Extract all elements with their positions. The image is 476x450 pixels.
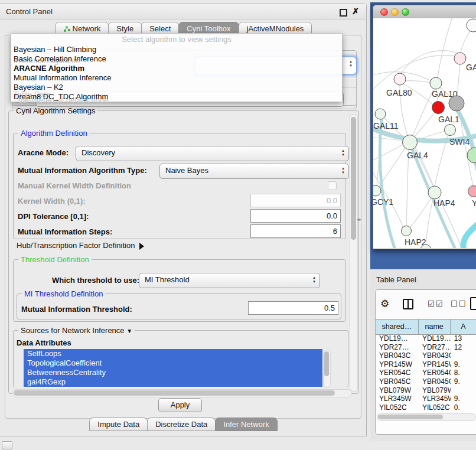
algorithm-option[interactable]: Dream8 DC_TDC Algorithm [11,92,342,102]
table-header-row: shared…nameA [376,319,476,335]
table-cell: 9. [451,360,476,369]
collapse-arrow-icon: ▼ [126,328,132,334]
node-gal80-label: GAL80 [386,88,412,97]
network-view-window: GALGAL80GAL10GAL1GAL11SWI4GAL4GCY1HAP4YH… [373,5,476,249]
node-gal11[interactable] [375,109,386,119]
data-attribute-item[interactable]: TopologicalCoefficient [24,358,322,368]
node-swi4[interactable] [445,125,456,136]
dock-mini-button[interactable] [2,441,12,449]
table-cell: YPR145W [376,360,419,369]
minimize-traffic-light[interactable] [391,8,399,16]
close-traffic-light[interactable] [380,8,388,16]
table-row[interactable]: YLR345WYLR345W9. [376,394,476,403]
data-attribute-item[interactable]: gal4RGexp [24,377,322,387]
table-cell: YBL079W [419,386,451,395]
table-cell: 13 [451,334,476,343]
which-threshold-label: Which threshold to use: [52,276,139,285]
node-red[interactable] [432,102,445,114]
table-row[interactable]: YDL19…YDL19…13 [376,334,476,343]
export-table-icon[interactable] [470,297,476,310]
table-row[interactable]: YIL052CYIL052C0. [376,403,476,412]
table-row[interactable]: YPR145WYPR145W9. [376,360,476,369]
split-pane-icon[interactable] [403,299,413,309]
apply-button[interactable]: Apply [158,398,202,412]
settings-horizontal-scrollbar[interactable] [12,389,352,397]
algorithm-option[interactable]: ARACNE Algorithm [11,64,342,73]
table-row[interactable]: YBR043CYBR043C [376,351,476,360]
node-hap2[interactable] [402,226,412,236]
algorithm-option[interactable]: Basic Correlation Inference [11,54,342,64]
node-hap4[interactable] [428,186,441,199]
node-swi4-label: SWI4 [449,137,470,146]
algorithm-option[interactable]: Bayesian – Hill Climbing [11,45,342,54]
node-gcy1-label: GCY1 [373,197,393,207]
table-scrollbar-thumb[interactable] [378,415,443,419]
node-salmon-label: Y [472,198,476,208]
gear-icon[interactable]: ⚙ [380,298,389,310]
node-top-right[interactable] [467,19,476,32]
select-all-checkboxes-icon[interactable]: ☑☑ [428,299,444,308]
column-header[interactable]: shared… [376,319,419,334]
network-edge [406,149,409,226]
sources-group-title[interactable]: Sources for Network Inference ▼ [18,326,135,335]
node-gray[interactable] [449,96,464,111]
dpi-tolerance-field[interactable]: 0.0 [250,209,341,223]
network-icon [63,25,70,32]
network-window-titlebar[interactable] [373,5,476,19]
data-attribute-item[interactable]: SelfLoops [24,349,322,358]
table-cell: YER054C [376,369,419,377]
tab-infer-network[interactable]: Infer Network [215,418,277,431]
column-header[interactable]: name [419,319,451,334]
node-gal4[interactable] [403,135,418,150]
zoom-traffic-light[interactable] [402,8,409,16]
settings-scrollbar-thumb[interactable] [351,117,356,240]
node-gal4-label: GAL4 [407,151,428,160]
network-edge [400,51,459,76]
data-attributes-list[interactable]: SelfLoopsTopologicalCoefficientBetweenne… [24,349,322,387]
node-green-right[interactable] [467,148,476,163]
table-row[interactable]: YER054CYER054C8. [376,369,476,377]
table-row[interactable]: YBR045CYBR045C9. [376,377,476,386]
table-cell: 0. [451,403,476,412]
node-gcy1[interactable] [373,185,381,196]
network-edge [457,64,460,96]
network-canvas[interactable]: GALGAL80GAL10GAL1GAL11SWI4GAL4GCY1HAP4YH… [373,18,476,248]
panel-splitter-handle[interactable]: ◂▸ [357,217,361,222]
mi-threshold-field[interactable]: 0.5 [248,301,338,315]
settings-vertical-scrollbar[interactable] [350,114,358,392]
node-salmon[interactable] [468,186,476,197]
data-attribute-item[interactable]: BetweennessCentrality [24,368,322,377]
hub-definition-expander[interactable]: Hub/Transcription Factor Definition [17,241,144,250]
stepper-arrows-icon: ▲▼ [349,60,353,68]
table-horizontal-scrollbar[interactable] [377,413,476,421]
close-icon[interactable]: ✗ [352,6,359,16]
horizontal-scrollbar-thumb[interactable] [14,390,335,396]
deselect-all-checkboxes-icon[interactable]: ☐☐ [451,299,467,308]
attr-list-scrollbar-thumb[interactable] [324,351,329,376]
tab-discretize-data[interactable]: Discretize Data [147,418,216,431]
table-body: YDL19…YDL19…13YDR27…YDR27…12YBR043CYBR04… [376,334,476,412]
algorithm-option[interactable]: Mutual Information Inference [11,73,342,83]
table-cell: YLR345W [376,394,419,403]
manual-kernel-checkbox[interactable] [328,181,337,190]
node-gal-partial[interactable] [454,53,466,64]
algorithm-option[interactable]: Bayesian – K2 [11,83,342,92]
which-threshold-combobox[interactable]: MI Threshold ▲▼ [139,273,320,288]
table-toolbar: ⚙ ☑☑ ☐☐ [376,290,476,318]
aracne-mode-combobox[interactable]: Discovery ▲▼ [76,146,349,161]
node-gal80[interactable] [394,73,406,85]
mi-type-combobox[interactable]: Naive Bayes ▲▼ [159,164,349,179]
mi-steps-field[interactable]: 6 [250,224,341,238]
node-gal10[interactable] [430,77,442,89]
attr-list-vertical-scrollbar[interactable] [323,350,331,387]
table-cell: YBR045C [419,377,451,386]
node-gal-partial-label: GAL [466,63,476,72]
float-window-icon[interactable] [340,9,347,17]
tab-impute-data[interactable]: Impute Data [89,418,148,431]
table-row[interactable]: YBL079WYBL079W [376,386,476,395]
control-panel-titlebar: Control Panel ✗ [0,4,366,20]
network-edge [413,112,436,138]
kernel-width-field[interactable]: 0.0 [250,194,341,207]
table-row[interactable]: YDR27…YDR27…12 [376,343,476,352]
column-header[interactable]: A [451,319,476,334]
